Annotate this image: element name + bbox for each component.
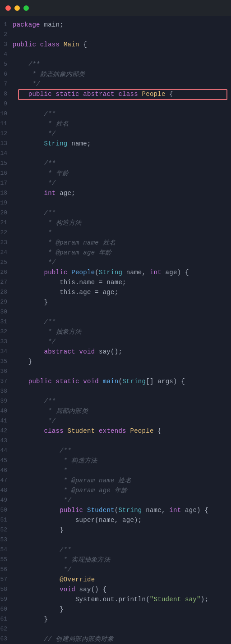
- line-content: /**: [13, 208, 227, 218]
- maximize-button-icon[interactable]: [23, 5, 29, 11]
- code-line: 31 /**: [0, 317, 231, 327]
- line-content: [13, 307, 227, 317]
- code-line: 57 @Override: [0, 575, 231, 585]
- close-button-icon[interactable]: [5, 5, 11, 11]
- line-number: 4: [0, 50, 13, 59]
- code-line: 32 * 抽象方法: [0, 327, 231, 337]
- line-content: public class Main {: [13, 40, 227, 50]
- line-content: [13, 436, 227, 446]
- line-number: 17: [0, 178, 13, 188]
- line-content: }: [13, 357, 227, 367]
- line-content: }: [13, 604, 227, 614]
- line-content: * 构造方法: [13, 218, 227, 228]
- line-number: 40: [0, 406, 13, 416]
- code-line: 19: [0, 198, 231, 208]
- line-number: 35: [0, 357, 13, 367]
- line-number: 45: [0, 456, 13, 466]
- line-content: */: [13, 129, 227, 139]
- line-content: /**: [13, 446, 227, 456]
- line-content: public Student(String name, int age) {: [13, 505, 227, 515]
- line-number: 22: [0, 228, 13, 238]
- line-number: 15: [0, 159, 13, 168]
- line-content: [13, 99, 227, 109]
- code-line: 11 * 姓名: [0, 119, 231, 129]
- line-content: *: [13, 466, 227, 476]
- line-number: 27: [0, 277, 13, 287]
- code-line: 30: [0, 307, 231, 317]
- line-content: * @param age 年龄: [13, 248, 227, 258]
- code-line: 29 }: [0, 297, 231, 307]
- line-number: 52: [0, 525, 13, 535]
- line-number: 41: [0, 416, 13, 426]
- code-line: 6 * 静态抽象内部类: [0, 69, 231, 79]
- line-number: 44: [0, 446, 13, 456]
- line-number: 18: [0, 188, 13, 198]
- line-number: 23: [0, 238, 13, 248]
- code-line: 17 */: [0, 178, 231, 188]
- code-line: 26 public People(String name, int age) {: [0, 268, 231, 277]
- line-content: public static abstract class People {: [13, 89, 227, 99]
- code-line: 13 String name;: [0, 139, 231, 149]
- line-number: 1: [0, 20, 13, 30]
- code-line: 24 * @param age 年龄: [0, 248, 231, 258]
- line-number: 50: [0, 505, 13, 515]
- line-number: 2: [0, 30, 13, 40]
- code-line: 37 public static void main(String[] args…: [0, 376, 231, 386]
- line-number: 51: [0, 515, 13, 525]
- line-number: 28: [0, 287, 13, 297]
- line-number: 31: [0, 317, 13, 327]
- line-content: public static void main(String[] args) {: [13, 376, 227, 386]
- code-line: 10 /**: [0, 109, 231, 119]
- line-number: 26: [0, 268, 13, 277]
- line-content: [13, 30, 227, 40]
- code-line: 41 */: [0, 416, 231, 426]
- line-content: public People(String name, int age) {: [13, 268, 227, 277]
- line-content: /**: [13, 109, 227, 119]
- code-line: 38: [0, 386, 231, 396]
- line-content: int age;: [13, 188, 227, 198]
- code-line: 46 *: [0, 466, 231, 476]
- line-content: [13, 367, 227, 376]
- code-line: 44 /**: [0, 446, 231, 456]
- line-number: 49: [0, 495, 13, 505]
- line-content: * @param name 姓名: [13, 238, 227, 248]
- code-line: 34 abstract void say();: [0, 347, 231, 357]
- code-line: 5 /**: [0, 59, 231, 69]
- line-number: 34: [0, 347, 13, 357]
- code-line: 52 }: [0, 525, 231, 535]
- line-content: @Override: [13, 575, 227, 585]
- line-content: /**: [13, 396, 227, 406]
- line-content: abstract void say();: [13, 347, 227, 357]
- line-number: 6: [0, 69, 13, 79]
- code-line: 54 /**: [0, 545, 231, 555]
- code-line: 63 // 创建局部内部类对象: [0, 634, 231, 644]
- code-line: 8 public static abstract class People {: [0, 89, 231, 99]
- line-number: 25: [0, 258, 13, 268]
- line-number: 33: [0, 337, 13, 347]
- code-line: 16 * 年龄: [0, 168, 231, 178]
- line-content: [13, 149, 227, 159]
- line-number: 58: [0, 585, 13, 594]
- line-number: 16: [0, 168, 13, 178]
- code-line: 45 * 构造方法: [0, 456, 231, 466]
- line-number: 11: [0, 119, 13, 129]
- line-number: 61: [0, 614, 13, 624]
- line-content: */: [13, 565, 227, 575]
- line-content: * 抽象方法: [13, 327, 227, 337]
- code-line: 20 /**: [0, 208, 231, 218]
- line-content: System.out.println("Student say");: [13, 594, 227, 604]
- line-number: 8: [0, 89, 13, 99]
- code-line: 59 System.out.println("Student say");: [0, 594, 231, 604]
- line-number: 53: [0, 535, 13, 545]
- line-number: 47: [0, 476, 13, 485]
- line-content: // 创建局部内部类对象: [13, 634, 227, 644]
- line-number: 48: [0, 485, 13, 495]
- code-line: 56 */: [0, 565, 231, 575]
- code-line: 25 */: [0, 258, 231, 268]
- line-content: }: [13, 525, 227, 535]
- line-number: 46: [0, 466, 13, 476]
- code-line: 53: [0, 535, 231, 545]
- line-content: */: [13, 337, 227, 347]
- code-line: 21 * 构造方法: [0, 218, 231, 228]
- minimize-button-icon[interactable]: [14, 5, 20, 11]
